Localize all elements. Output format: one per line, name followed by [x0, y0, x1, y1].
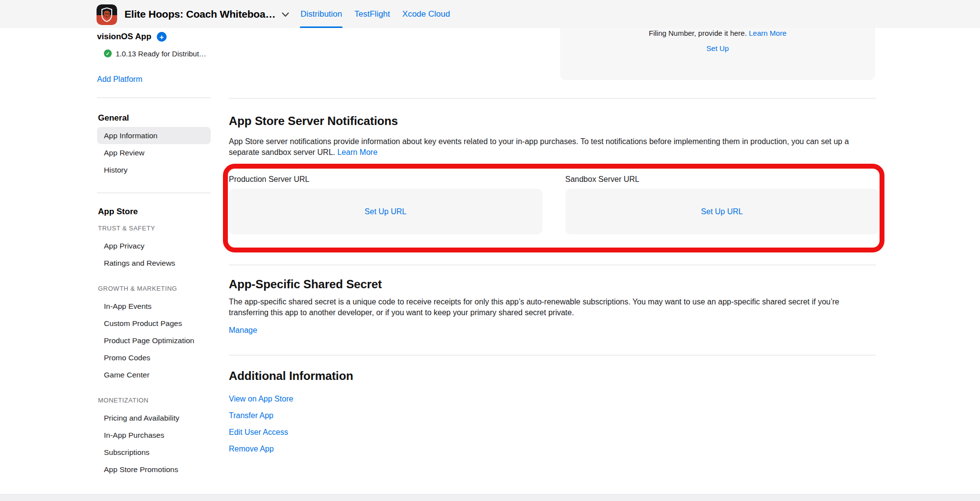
sandbox-server-url-section: Sandbox Server URL Set Up URL: [565, 175, 879, 234]
sidebar-divider: [97, 193, 211, 193]
primary-nav: Distribution TestFlight Xcode Cloud: [300, 0, 450, 28]
section-divider: [229, 265, 876, 265]
check-icon: ✓: [104, 50, 112, 57]
sidebar-item-product-page-optimization[interactable]: Product Page Optimization: [97, 332, 211, 349]
sidebar-item-app-store-promotions[interactable]: App Store Promotions: [97, 461, 211, 478]
manage-link[interactable]: Manage: [229, 326, 257, 335]
sidebar-item-in-app-events[interactable]: In-App Events: [97, 298, 211, 315]
sidebar-item-app-privacy[interactable]: App Privacy: [97, 237, 211, 254]
additional-information-title: Additional Information: [229, 369, 876, 383]
shared-secret-title: App-Specific Shared Secret: [229, 277, 876, 292]
version-status[interactable]: ✓ 1.0.13 Ready for Distribut…: [97, 49, 211, 58]
page-footer: [0, 494, 980, 501]
add-platform-link[interactable]: Add Platform: [97, 75, 211, 84]
sidebar-item-game-center[interactable]: Game Center: [97, 366, 211, 383]
tab-xcode-cloud[interactable]: Xcode Cloud: [402, 0, 450, 28]
section-divider: [229, 355, 876, 355]
sidebar-item-subscriptions[interactable]: Subscriptions: [97, 444, 211, 461]
edit-user-access-link[interactable]: Edit User Access: [229, 427, 876, 437]
sandbox-set-up-url-link[interactable]: Set Up URL: [701, 207, 743, 216]
transfer-app-link[interactable]: Transfer App: [229, 411, 876, 421]
sidebar-divider: [97, 98, 211, 98]
sandbox-url-box: Set Up URL: [565, 189, 879, 234]
filing-learn-more-link[interactable]: Learn More: [749, 29, 786, 37]
sidebar-group-monetization: MONETIZATION: [97, 396, 211, 405]
filing-set-up-link[interactable]: Set Up: [707, 44, 729, 53]
app-title[interactable]: Elite Hoops: Coach Whiteboa…: [124, 8, 275, 20]
sidebar-section-app-store: App Store: [97, 206, 211, 218]
plus-icon[interactable]: +: [157, 32, 167, 42]
chevron-down-icon[interactable]: [282, 12, 289, 17]
sidebar-item-promo-codes[interactable]: Promo Codes: [97, 349, 211, 366]
platform-title: visionOS App: [97, 32, 151, 42]
server-notifications-description: App Store server notifications provide i…: [229, 136, 876, 158]
production-url-box: Set Up URL: [229, 189, 542, 234]
sidebar-item-history[interactable]: History: [97, 161, 211, 178]
sidebar-group-trust-safety: TRUST & SAFETY: [97, 224, 211, 233]
sidebar-item-in-app-purchases[interactable]: In-App Purchases: [97, 426, 211, 444]
additional-information-links: View on App Store Transfer App Edit User…: [229, 394, 876, 454]
sidebar-item-app-review[interactable]: App Review: [97, 144, 211, 161]
server-notifications-title: App Store Server Notifications: [229, 114, 876, 128]
sidebar: visionOS App + ✓ 1.0.13 Ready for Distri…: [97, 0, 211, 478]
sidebar-section-general: General: [97, 112, 211, 124]
platform-header: visionOS App +: [97, 31, 211, 43]
sidebar-item-app-information[interactable]: App Information: [97, 127, 211, 144]
sidebar-item-pricing-availability[interactable]: Pricing and Availability: [97, 409, 211, 426]
view-on-app-store-link[interactable]: View on App Store: [229, 394, 876, 404]
annotation-highlight: Production Server URL Set Up URL Sandbox…: [223, 164, 884, 252]
sandbox-server-url-label: Sandbox Server URL: [565, 175, 879, 184]
tab-testflight[interactable]: TestFlight: [354, 0, 391, 28]
remove-app-link[interactable]: Remove App: [229, 444, 876, 454]
filing-number-card: Filing Number, provide it here. Learn Mo…: [560, 28, 875, 80]
app-header: Elite Hoops: Coach Whiteboa… Distributio…: [0, 0, 980, 28]
version-status-label: 1.0.13 Ready for Distribut…: [116, 50, 206, 58]
section-divider: [229, 98, 876, 99]
production-set-up-url-link[interactable]: Set Up URL: [365, 207, 406, 216]
sidebar-item-custom-product-pages[interactable]: Custom Product Pages: [97, 315, 211, 332]
sidebar-group-growth-marketing: GROWTH & MARKETING: [97, 284, 211, 294]
filing-number-text: Filing Number, provide it here. Learn Mo…: [560, 29, 875, 38]
shared-secret-description: The app-specific shared secret is a uniq…: [229, 297, 876, 318]
tab-distribution[interactable]: Distribution: [300, 0, 343, 28]
production-server-url-label: Production Server URL: [229, 175, 542, 184]
sidebar-item-ratings-reviews[interactable]: Ratings and Reviews: [97, 254, 211, 272]
app-icon: [97, 4, 117, 25]
production-server-url-section: Production Server URL Set Up URL: [229, 175, 542, 234]
server-notifications-learn-more-link[interactable]: Learn More: [337, 148, 377, 156]
